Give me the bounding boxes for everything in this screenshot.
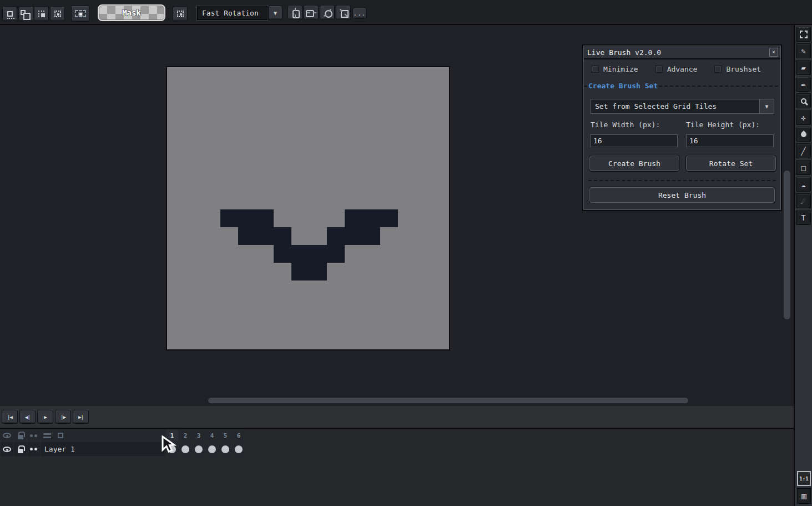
- zoom-tool[interactable]: [796, 93, 811, 108]
- selection-add-icon: [21, 10, 26, 15]
- lock-icon: [18, 449, 23, 453]
- selection-subtract-icon: [38, 11, 44, 17]
- tile-height-input[interactable]: [686, 134, 774, 147]
- minimize-checkbox[interactable]: Minimize: [592, 65, 638, 73]
- brush-tool[interactable]: ☁: [796, 177, 811, 192]
- frame-header-4[interactable]: 4: [206, 430, 218, 441]
- advance-checkbox[interactable]: Advance: [655, 65, 698, 73]
- rotate-diagonal-icon: [323, 8, 332, 17]
- rotate-diagonal-alt-button[interactable]: [336, 5, 351, 20]
- global-lock-button[interactable]: [14, 430, 27, 441]
- rotation-mode-select[interactable]: Fast Rotation: [197, 6, 268, 20]
- brushset-checkbox[interactable]: Brushset: [714, 65, 761, 73]
- vertical-scrollbar[interactable]: [784, 171, 790, 319]
- frame-header-3[interactable]: 3: [193, 430, 205, 441]
- rect-select-tool[interactable]: [796, 27, 811, 42]
- spray-tool[interactable]: ☄: [796, 193, 811, 208]
- cel-frame-2[interactable]: [179, 442, 191, 456]
- cel-frame-6[interactable]: [233, 442, 245, 456]
- cel-filled-dot: [181, 445, 189, 453]
- lock-icon: [18, 435, 23, 439]
- rotate-set-button[interactable]: Rotate Set: [686, 156, 776, 171]
- brush-source-select[interactable]: Set from Selected Grid Tiles: [591, 99, 760, 114]
- grid-select-button[interactable]: [173, 6, 188, 21]
- rectangle-tool[interactable]: □: [796, 160, 811, 175]
- layer-toggles: [1, 442, 40, 456]
- cel-frame-5[interactable]: [219, 442, 231, 456]
- frame-header-1[interactable]: 1: [166, 430, 178, 441]
- global-link-cels-button[interactable]: [27, 430, 40, 441]
- more-options-button[interactable]: ...: [352, 8, 367, 19]
- canvas[interactable]: [166, 66, 450, 350]
- pencil-tool-icon: ✎: [801, 47, 805, 55]
- pen-tool[interactable]: ✒: [796, 77, 811, 92]
- flip-horizontal-axis-icon: [307, 8, 316, 17]
- brushset-checkbox-box[interactable]: [714, 66, 722, 73]
- mask-button[interactable]: Mask: [98, 4, 165, 21]
- frame-header-2[interactable]: 2: [179, 430, 191, 441]
- layer-visibility-button[interactable]: [1, 442, 13, 456]
- selection-add-button[interactable]: [18, 6, 33, 21]
- next-frame-button[interactable]: |▶: [55, 410, 71, 424]
- timeline-toggle-button[interactable]: ▥: [797, 488, 811, 504]
- play-button[interactable]: ▶: [37, 410, 53, 424]
- global-visibility-button[interactable]: [1, 430, 13, 441]
- create-brush-button[interactable]: Create Brush: [589, 156, 679, 171]
- selection-subtract-button[interactable]: [34, 6, 49, 21]
- cel-frame-4[interactable]: [206, 442, 218, 456]
- canvas-pixel: [327, 245, 345, 263]
- canvas-pixel: [362, 209, 380, 227]
- frame-header-6[interactable]: 6: [233, 430, 245, 441]
- horizontal-scrollbar[interactable]: [208, 398, 688, 403]
- square-icon: [58, 433, 63, 438]
- advance-checkbox-box[interactable]: [655, 66, 663, 73]
- eraser-tool[interactable]: ▰: [796, 60, 811, 75]
- link-cels-icon: [30, 448, 33, 450]
- create-brush-set-label: Create Brush Set: [587, 82, 659, 90]
- mask-button-label: Mask: [122, 8, 141, 17]
- reset-brush-button[interactable]: Reset Brush: [589, 187, 775, 203]
- bucket-tool[interactable]: [796, 127, 811, 142]
- layer-lock-button[interactable]: [14, 442, 27, 456]
- cel-filled-dot: [168, 445, 176, 453]
- minimize-checkbox-box[interactable]: [592, 66, 599, 73]
- line-tool[interactable]: ╱: [796, 143, 811, 158]
- first-frame-button[interactable]: |◀: [2, 410, 18, 424]
- playback-controls: |◀◀|▶|▶▶|: [0, 406, 795, 428]
- last-frame-button[interactable]: ▶|: [73, 410, 89, 424]
- tile-width-label: Tile Width (px):: [591, 121, 686, 129]
- selection-intersect-button[interactable]: [50, 6, 65, 21]
- layer-name[interactable]: Layer 1: [41, 442, 165, 456]
- brush-source-arrow-button[interactable]: ▼: [759, 99, 774, 114]
- canvas-pixel: [309, 263, 327, 280]
- cel-frame-1[interactable]: [166, 442, 178, 456]
- timeline-panel: 123456 Layer 1: [0, 428, 795, 506]
- brush-source-row: Set from Selected Grid Tiles ▼: [591, 99, 774, 114]
- close-icon: ×: [772, 49, 775, 55]
- flip-horizontal-axis-button[interactable]: [304, 5, 319, 20]
- previous-frame-button[interactable]: ◀|: [19, 410, 36, 424]
- frame-header-5[interactable]: 5: [219, 430, 231, 441]
- selection-replace-button[interactable]: [2, 6, 17, 21]
- flip-vertical-axis-icon: [291, 8, 300, 17]
- layer-fx-button[interactable]: [41, 430, 53, 441]
- brush-tool-icon: ☁: [801, 181, 805, 188]
- pencil-tool[interactable]: ✎: [796, 43, 811, 58]
- dialog-separator: [588, 180, 776, 181]
- line-tool-icon: ╱: [801, 147, 805, 155]
- zoom-100-button[interactable]: 1:1: [797, 471, 811, 486]
- dialog-titlebar[interactable]: Live Brush v2.0.0 ×: [584, 46, 780, 59]
- transform-selection-button[interactable]: [71, 6, 89, 22]
- rotation-mode-arrow-button[interactable]: ▼: [268, 6, 283, 20]
- new-layer-button[interactable]: [54, 430, 67, 441]
- rotate-diagonal-button[interactable]: [320, 5, 335, 20]
- move-tool[interactable]: ✛: [796, 110, 811, 125]
- flip-vertical-axis-button[interactable]: [288, 5, 302, 20]
- transform-selection-icon: [75, 10, 86, 17]
- text-tool[interactable]: T: [796, 210, 811, 225]
- tile-width-input[interactable]: [590, 134, 678, 147]
- dialog-title: Live Brush v2.0.0: [587, 48, 661, 57]
- layer-link-cels-button[interactable]: [27, 442, 40, 456]
- cel-frame-3[interactable]: [193, 442, 205, 456]
- dialog-close-button[interactable]: ×: [769, 48, 778, 57]
